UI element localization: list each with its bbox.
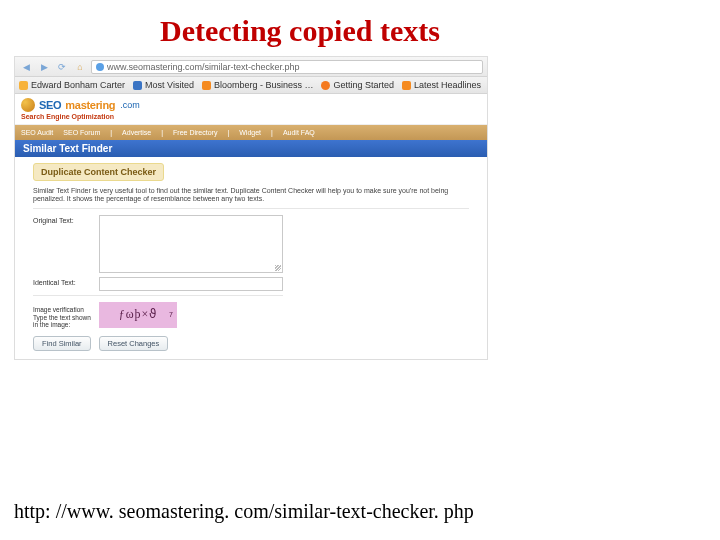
- reset-button[interactable]: Reset Changes: [99, 336, 169, 351]
- form: Original Text: Identical Text: Image ver…: [33, 215, 283, 351]
- site-logo[interactable]: SEOmastering.com: [21, 98, 481, 112]
- nav-seo-audit[interactable]: SEO Audit: [21, 129, 53, 136]
- bookmark-headlines[interactable]: Latest Headlines: [402, 80, 481, 90]
- bookmarks-bar: Edward Bonham Carter Most Visited Bloomb…: [15, 77, 487, 94]
- site-tagline: Search Engine Optimization: [21, 113, 481, 120]
- content-area: Duplicate Content Checker Similar Text F…: [15, 157, 487, 359]
- label-original-text: Original Text:: [33, 215, 93, 224]
- browser-toolbar: ◀ ▶ ⟳ ⌂ www.seomastering.com/similar-tex…: [15, 57, 487, 77]
- logo-text-seo: SEO: [39, 99, 61, 111]
- site-header: SEOmastering.com Search Engine Optimizat…: [15, 94, 487, 125]
- home-icon[interactable]: ⌂: [73, 60, 87, 74]
- logo-text-com: .com: [120, 100, 140, 110]
- nav-advertise[interactable]: Advertise: [122, 129, 151, 136]
- site-identity-icon: [96, 63, 104, 71]
- bookmark-icon: [202, 81, 211, 90]
- bookmark-icon: [133, 81, 142, 90]
- nav-widget[interactable]: Widget: [239, 129, 261, 136]
- find-similar-button[interactable]: Find Similar: [33, 336, 91, 351]
- bookmark-icon: [402, 81, 411, 90]
- bookmark-label: Bloomberg - Business …: [214, 80, 314, 90]
- forward-icon[interactable]: ▶: [37, 60, 51, 74]
- nav-seo-forum[interactable]: SEO Forum: [63, 129, 100, 136]
- divider: [33, 208, 469, 209]
- logo-ball-icon: [21, 98, 35, 112]
- reload-icon[interactable]: ⟳: [55, 60, 69, 74]
- address-bar[interactable]: www.seomastering.com/similar-text-checke…: [91, 60, 483, 74]
- nav-audit-faq[interactable]: Audit FAQ: [283, 129, 315, 136]
- bookmark-icon: [19, 81, 28, 90]
- bookmark-icon: [321, 81, 330, 90]
- bookmark-label: Getting Started: [333, 80, 394, 90]
- identical-text-input[interactable]: [99, 277, 283, 291]
- bookmark-label: Latest Headlines: [414, 80, 481, 90]
- captcha-label: Image verification Type the text shown i…: [33, 306, 93, 327]
- bookmark-most-visited[interactable]: Most Visited: [133, 80, 194, 90]
- panel-title: Duplicate Content Checker: [33, 163, 164, 181]
- browser-window: ◀ ▶ ⟳ ⌂ www.seomastering.com/similar-tex…: [14, 56, 488, 360]
- label-identical-text: Identical Text:: [33, 277, 93, 286]
- url-text: www.seomastering.com/similar-text-checke…: [107, 62, 300, 72]
- bookmark-getting-started[interactable]: Getting Started: [321, 80, 394, 90]
- bookmark-label: Edward Bonham Carter: [31, 80, 125, 90]
- page-title: Detecting copied texts: [0, 0, 720, 56]
- captcha-image: ƒωþ×ϑ: [99, 302, 177, 328]
- logo-text-mastering: mastering: [65, 99, 115, 111]
- bookmark-edward[interactable]: Edward Bonham Carter: [19, 80, 125, 90]
- original-text-input[interactable]: [99, 215, 283, 273]
- bookmark-bloomberg[interactable]: Bloomberg - Business …: [202, 80, 314, 90]
- divider: [33, 295, 283, 296]
- bookmark-label: Most Visited: [145, 80, 194, 90]
- back-icon[interactable]: ◀: [19, 60, 33, 74]
- footer-url-text: http: //www. seomastering. com/similar-t…: [14, 500, 474, 523]
- site-nav: SEO Audit SEO Forum | Advertise | Free D…: [15, 125, 487, 140]
- description-text: Similar Text Finder is very useful tool …: [33, 187, 469, 204]
- captcha-sup: 7: [169, 311, 173, 318]
- nav-free-directory[interactable]: Free Directory: [173, 129, 217, 136]
- tool-title-bar: Similar Text Finder: [15, 140, 487, 157]
